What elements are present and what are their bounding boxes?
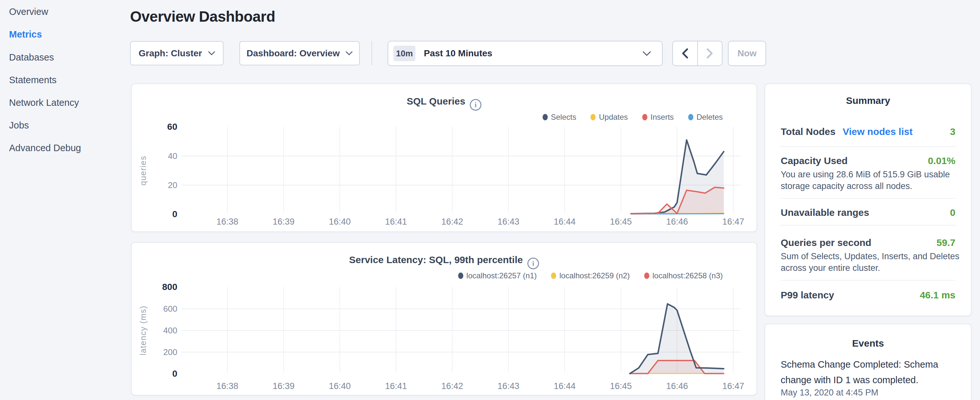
sidebar-item-statements[interactable]: Statements [9, 75, 57, 86]
page: OverviewMetricsDatabasesStatementsNetwor… [0, 0, 980, 400]
svg-text:16:40: 16:40 [329, 381, 351, 391]
svg-text:16:44: 16:44 [554, 217, 576, 226]
chevron-down-icon [345, 51, 353, 55]
events-panel: Events Schema Change Completed: Schema c… [765, 324, 972, 400]
sidebar-item-advanced-debug[interactable]: Advanced Debug [9, 143, 81, 154]
page-title: Overview Dashboard [130, 8, 275, 25]
svg-text:16:47: 16:47 [722, 217, 745, 226]
next-time-button[interactable] [697, 41, 722, 65]
controls-divider [371, 41, 372, 65]
time-step-buttons [672, 41, 722, 66]
sidebar-item-databases[interactable]: Databases [9, 52, 54, 63]
sql-queries-chart: 020406016:3816:3916:4016:4116:4216:4316:… [132, 84, 758, 233]
event-item: Schema Change Completed: Schema change w… [781, 357, 958, 388]
graph-dropdown[interactable]: Graph: Cluster [130, 41, 224, 65]
events-title: Events [765, 338, 971, 349]
svg-text:16:43: 16:43 [498, 217, 520, 226]
sidebar: OverviewMetricsDatabasesStatementsNetwor… [0, 0, 123, 400]
dashboard-dropdown-label: Dashboard: Overview [247, 48, 340, 59]
sidebar-item-network-latency[interactable]: Network Latency [9, 97, 79, 108]
summary-row: Total NodesView nodes list3 [781, 126, 955, 137]
service-latency-chart-card: Service Latency: SQL, 99th percentilei l… [131, 242, 757, 395]
summary-row-value: 3 [950, 126, 955, 137]
event-timestamp: May 13, 2020 at 4:45 PM [781, 388, 958, 398]
summary-row: Unavailable ranges0 [781, 207, 955, 218]
sidebar-item-overview[interactable]: Overview [9, 6, 48, 18]
graph-dropdown-label: Graph: Cluster [138, 48, 202, 59]
divider [781, 225, 955, 226]
chevron-left-icon [682, 48, 688, 59]
svg-text:20: 20 [168, 180, 177, 190]
svg-text:16:46: 16:46 [666, 381, 688, 391]
svg-text:16:47: 16:47 [722, 381, 745, 391]
svg-text:16:38: 16:38 [216, 217, 239, 226]
dashboard-dropdown[interactable]: Dashboard: Overview [239, 41, 360, 65]
summary-row-label: Total Nodes [781, 126, 835, 137]
summary-row-value: 59.7 [937, 237, 955, 248]
summary-row-label: Unavailable ranges [781, 207, 869, 218]
svg-text:16:42: 16:42 [441, 381, 463, 391]
summary-panel: Summary Total NodesView nodes list3Capac… [765, 83, 972, 316]
summary-row: Queries per second59.7 [781, 237, 955, 248]
svg-text:latency (ms): latency (ms) [138, 306, 148, 355]
view-nodes-link[interactable]: View nodes list [843, 126, 912, 137]
service-latency-chart: 020040060080016:3816:3916:4016:4116:4216… [132, 243, 758, 396]
chevron-down-icon [643, 51, 651, 56]
divider [781, 280, 955, 280]
svg-text:16:43: 16:43 [498, 381, 520, 391]
svg-text:200: 200 [163, 347, 177, 357]
time-range-badge: 10m [393, 46, 415, 61]
svg-text:16:42: 16:42 [441, 217, 463, 226]
svg-text:40: 40 [168, 151, 177, 161]
svg-text:600: 600 [163, 304, 177, 314]
summary-title: Summary [765, 95, 971, 106]
prev-time-button[interactable] [673, 41, 697, 65]
sidebar-item-jobs[interactable]: Jobs [9, 120, 29, 131]
now-button[interactable]: Now [728, 41, 766, 66]
chevron-down-icon [208, 51, 215, 55]
svg-text:16:45: 16:45 [610, 217, 632, 226]
summary-row-description: Sum of Selects, Updates, Inserts, and De… [781, 250, 961, 274]
svg-text:16:38: 16:38 [216, 381, 239, 391]
svg-text:400: 400 [163, 325, 177, 335]
chevron-right-icon [706, 48, 713, 59]
divider [781, 146, 955, 147]
svg-text:16:41: 16:41 [385, 217, 407, 226]
svg-text:16:46: 16:46 [666, 217, 688, 226]
summary-row-value: 0 [950, 207, 955, 218]
summary-row-value: 0.01% [928, 155, 955, 166]
summary-row-value: 46.1 ms [920, 290, 955, 301]
svg-text:queries: queries [138, 156, 148, 186]
sql-queries-chart-card: SQL Queriesi SelectsUpdatesInsertsDelete… [131, 83, 757, 232]
svg-text:16:39: 16:39 [273, 381, 295, 391]
summary-row-label: P99 latency [781, 290, 834, 301]
svg-text:16:45: 16:45 [610, 381, 632, 391]
svg-text:0: 0 [172, 369, 177, 379]
summary-row: P99 latency46.1 ms [781, 290, 955, 301]
svg-text:16:41: 16:41 [385, 381, 407, 391]
sidebar-item-metrics[interactable]: Metrics [9, 29, 42, 40]
svg-text:16:40: 16:40 [329, 217, 351, 226]
svg-text:0: 0 [172, 209, 177, 219]
time-range-dropdown[interactable]: 10m Past 10 Minutes [388, 41, 663, 66]
divider [781, 198, 955, 199]
summary-row-description: You are using 28.6 MiB of 515.9 GiB usab… [781, 169, 961, 192]
svg-text:800: 800 [162, 282, 177, 292]
summary-row: Capacity Used0.01% [781, 155, 955, 166]
summary-row-label: Capacity Used [781, 155, 848, 166]
summary-row-label: Queries per second [781, 237, 871, 248]
svg-text:60: 60 [167, 122, 177, 132]
svg-text:16:44: 16:44 [554, 381, 576, 391]
time-range-label: Past 10 Minutes [424, 48, 643, 59]
svg-text:16:39: 16:39 [273, 217, 295, 226]
